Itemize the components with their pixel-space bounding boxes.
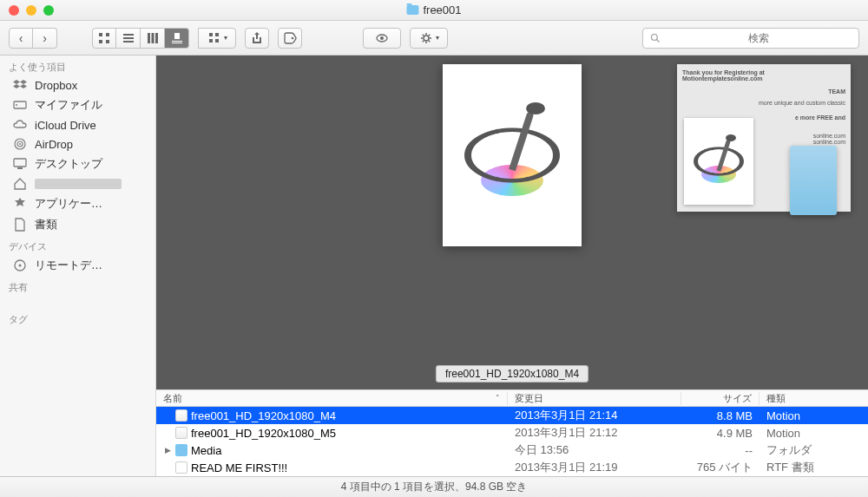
svg-point-20 xyxy=(424,36,429,41)
window-title: free001 xyxy=(406,3,461,16)
back-button[interactable]: ‹ xyxy=(9,28,33,49)
grid-icon xyxy=(97,31,111,45)
coverflow-icon xyxy=(170,31,184,45)
gear-icon xyxy=(419,31,433,45)
file-row[interactable]: ▶Media 今日 13:56 -- フォルダ xyxy=(156,441,868,459)
svg-point-24 xyxy=(16,104,17,106)
svg-rect-3 xyxy=(106,40,109,43)
svg-rect-14 xyxy=(215,33,219,36)
file-row[interactable]: free001_HD_1920x1080_M5 2013年3月1日 21:12 … xyxy=(156,424,868,441)
sidebar-item-icloud[interactable]: iCloud Drive xyxy=(0,115,155,134)
titlebar: free001 xyxy=(0,0,868,21)
folder-icon xyxy=(175,444,187,456)
svg-point-19 xyxy=(380,36,384,40)
sort-ascending-icon: ˄ xyxy=(496,394,500,402)
redacted-label xyxy=(35,179,122,189)
svg-rect-2 xyxy=(99,40,102,43)
main-area: よく使う項目 Dropbox マイファイル iCloud Drive AirDr… xyxy=(0,56,868,476)
sidebar-section-shared: 共有 xyxy=(0,276,155,296)
sidebar-item-myfiles[interactable]: マイファイル xyxy=(0,95,155,115)
search-input[interactable] xyxy=(666,32,852,44)
list-header: 名前˄ 変更日 サイズ 種類 xyxy=(156,389,868,407)
preview-label: free001_HD_1920x1080_M4 xyxy=(436,365,589,383)
share-button[interactable] xyxy=(245,28,269,49)
sidebar-item-desktop[interactable]: デスクトップ xyxy=(0,154,155,174)
share-icon xyxy=(250,31,264,45)
svg-rect-11 xyxy=(172,41,182,42)
svg-point-17 xyxy=(292,36,294,39)
svg-point-27 xyxy=(19,143,21,145)
file-row[interactable]: free001_HD_1920x1080_M4 2013年3月1日 21:14 … xyxy=(156,407,868,424)
apps-icon xyxy=(12,197,28,211)
columns-icon xyxy=(146,31,160,45)
folder-icon xyxy=(406,5,418,15)
svg-rect-15 xyxy=(209,39,213,43)
column-view-button[interactable] xyxy=(141,28,165,49)
svg-point-21 xyxy=(652,34,658,40)
toolbar: ‹ › ▾ ▾ xyxy=(0,21,868,56)
svg-rect-10 xyxy=(174,33,180,39)
sidebar-item-home[interactable] xyxy=(0,174,155,193)
rtf-file-icon xyxy=(175,461,187,474)
motion-file-icon xyxy=(175,427,187,439)
sidebar-section-favorites: よく使う項目 xyxy=(0,56,155,75)
desktop-icon xyxy=(12,157,28,171)
svg-rect-13 xyxy=(209,33,213,36)
airdrop-icon xyxy=(12,137,28,151)
column-size[interactable]: サイズ xyxy=(681,392,760,405)
column-date[interactable]: 変更日 xyxy=(508,392,681,405)
status-text: 4 項目中の 1 項目を選択、94.8 GB 空き xyxy=(341,480,528,494)
svg-rect-7 xyxy=(148,33,150,43)
svg-rect-12 xyxy=(172,43,182,43)
column-kind[interactable]: 種類 xyxy=(760,392,868,405)
close-button[interactable] xyxy=(9,5,19,16)
coverflow-preview[interactable]: Thank you for Registering at Motiontempl… xyxy=(156,56,868,389)
sidebar-section-tags: タグ xyxy=(0,308,155,328)
svg-rect-9 xyxy=(155,33,158,43)
arrange-group: ▾ xyxy=(198,28,236,49)
sidebar-item-dropbox[interactable]: Dropbox xyxy=(0,75,155,95)
list-view-button[interactable] xyxy=(116,28,141,49)
title-text: free001 xyxy=(423,3,461,16)
svg-rect-4 xyxy=(123,34,134,36)
home-icon xyxy=(12,177,28,191)
window-controls xyxy=(9,5,54,16)
list-icon xyxy=(122,31,135,45)
chevron-down-icon: ▾ xyxy=(224,34,227,42)
disclosure-triangle-icon[interactable]: ▶ xyxy=(163,446,172,454)
minimize-button[interactable] xyxy=(26,5,36,16)
svg-rect-16 xyxy=(215,39,219,43)
eye-icon xyxy=(375,31,389,45)
tags-button[interactable] xyxy=(278,28,302,49)
disc-icon xyxy=(12,258,28,272)
content-area: Thank you for Registering at Motiontempl… xyxy=(156,56,868,476)
svg-point-31 xyxy=(19,265,22,267)
sidebar-item-airdrop[interactable]: AirDrop xyxy=(0,134,155,154)
svg-rect-0 xyxy=(99,33,102,36)
arrange-button[interactable]: ▾ xyxy=(198,28,236,49)
column-name[interactable]: 名前˄ xyxy=(156,392,508,405)
action-button[interactable]: ▾ xyxy=(410,28,448,49)
svg-rect-8 xyxy=(151,33,154,43)
drive-icon xyxy=(12,98,28,112)
forward-button[interactable]: › xyxy=(33,28,57,49)
quicklook-button[interactable] xyxy=(363,28,401,49)
preview-main-item[interactable] xyxy=(443,64,582,246)
svg-rect-28 xyxy=(14,159,26,167)
preview-side-folder xyxy=(790,146,837,215)
status-bar: 4 項目中の 1 項目を選択、94.8 GB 空き xyxy=(0,476,868,497)
sidebar-section-devices: デバイス xyxy=(0,235,155,255)
coverflow-view-button[interactable] xyxy=(165,28,189,49)
dropbox-icon xyxy=(12,78,28,92)
sidebar-item-remotedisc[interactable]: リモートデ… xyxy=(0,255,155,276)
sidebar-item-documents[interactable]: 書類 xyxy=(0,214,155,235)
icon-view-button[interactable] xyxy=(92,28,116,49)
sidebar-item-applications[interactable]: アプリケー… xyxy=(0,193,155,214)
svg-rect-5 xyxy=(123,37,134,39)
svg-line-22 xyxy=(657,39,660,42)
file-row[interactable]: READ ME FIRST!!! 2013年3月1日 21:19 765 バイト… xyxy=(156,459,868,476)
search-box[interactable] xyxy=(642,28,859,49)
preview-side-item[interactable]: Thank you for Registering at Motiontempl… xyxy=(677,64,851,212)
cloud-icon xyxy=(12,118,28,132)
zoom-button[interactable] xyxy=(43,5,54,16)
